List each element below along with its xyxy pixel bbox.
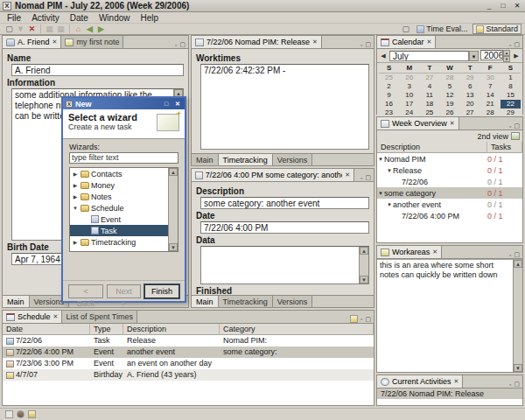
- calendar-day[interactable]: 22: [500, 100, 521, 108]
- week-tree-row[interactable]: ▼ some category 0 / 1: [377, 187, 522, 199]
- calendar-day[interactable]: 11: [419, 91, 439, 100]
- dialog-close-icon[interactable]: ✕: [173, 101, 182, 108]
- calendar-day[interactable]: 27: [419, 74, 439, 82]
- new-wizard-icon[interactable]: ▢: [4, 24, 15, 34]
- finish-button[interactable]: Finish: [144, 284, 179, 298]
- wizard-tree-item[interactable]: Task: [70, 225, 168, 236]
- wizard-tree-item[interactable]: ▼ Schedule: [70, 202, 168, 214]
- tab-release[interactable]: 7/22/06 Nomad PIM: Release ✕: [192, 36, 322, 48]
- week-tree-row[interactable]: 7/22/06 0 / 1: [377, 176, 522, 187]
- calendar-day[interactable]: 8: [500, 82, 521, 91]
- wizard-tree-item[interactable]: Event: [70, 214, 168, 225]
- maximize-view-icon[interactable]: ▢: [365, 174, 371, 181]
- calendar-day[interactable]: 10: [399, 91, 419, 100]
- name-field[interactable]: A. Friend: [11, 64, 184, 76]
- calendar-day[interactable]: 3: [399, 82, 419, 91]
- minimize-view-icon[interactable]: ▫: [509, 123, 511, 130]
- workareas-text[interactable]: this is an area where some short notes c…: [377, 260, 513, 372]
- minimize-view-icon[interactable]: ▫: [175, 42, 177, 48]
- filter-input[interactable]: type filter text: [69, 152, 178, 164]
- month-dropdown-icon[interactable]: ▼: [469, 51, 479, 61]
- data-scrollbar[interactable]: ▲▼: [359, 247, 368, 284]
- maximize-view-icon[interactable]: ▢: [365, 316, 371, 323]
- week-tree-row[interactable]: ▼ Nomad PIM 0 / 1: [377, 153, 522, 164]
- tab-week-overview[interactable]: Week Overview ✕: [377, 117, 459, 130]
- week-tree-row[interactable]: ▼ another event 0 / 1: [377, 199, 522, 210]
- calendar-day[interactable]: 7: [480, 82, 500, 91]
- col-category[interactable]: Category: [220, 324, 374, 335]
- calendar-day[interactable]: 19: [439, 100, 459, 108]
- status-activity-icon[interactable]: [17, 410, 24, 418]
- workareas-scrollbar[interactable]: ▲▼: [513, 260, 522, 372]
- col-type[interactable]: Type: [90, 324, 123, 335]
- minimize-view-icon[interactable]: ▫: [509, 252, 511, 258]
- wizard-tree-item[interactable]: ▶ Contacts: [70, 168, 168, 179]
- tab-timetracking[interactable]: Timetracking: [219, 296, 273, 307]
- expand-icon[interactable]: ▶: [72, 171, 79, 177]
- tab-schedule[interactable]: Schedule ✕: [3, 311, 62, 323]
- tree-scrollbar[interactable]: ▲▼: [168, 168, 178, 251]
- calendar-day[interactable]: 6: [460, 82, 480, 91]
- wizard-tree-item[interactable]: ▶ Notes: [70, 191, 168, 202]
- tab-calendar[interactable]: Calendar ✕: [377, 36, 436, 48]
- prev-month-icon[interactable]: ◀: [379, 52, 388, 60]
- minimize-view-icon[interactable]: ▫: [509, 42, 511, 48]
- description-field[interactable]: some category: another event: [200, 197, 369, 209]
- col-date[interactable]: Date: [3, 324, 90, 335]
- maximize-icon[interactable]: □: [498, 2, 508, 10]
- tab-main[interactable]: Main: [3, 296, 30, 307]
- tab-current-activities[interactable]: Current Activities ✕: [377, 375, 463, 388]
- calendar-day[interactable]: 5: [439, 82, 459, 91]
- tab-contact-a-friend[interactable]: A. Friend ✕: [3, 36, 61, 48]
- close-tab-icon[interactable]: ✕: [52, 38, 58, 46]
- calendar-day[interactable]: 28: [439, 74, 459, 82]
- tab-main[interactable]: Main: [192, 154, 219, 165]
- expand-icon[interactable]: ▼: [386, 202, 393, 207]
- maximize-view-icon[interactable]: ▢: [514, 381, 520, 388]
- dialog-maximize-icon[interactable]: □: [162, 101, 171, 107]
- wizard-tree-item[interactable]: ▶ Money: [70, 179, 168, 191]
- menu-help[interactable]: Help: [136, 13, 164, 23]
- maximize-view-icon[interactable]: ▢: [514, 122, 520, 130]
- calendar-day[interactable]: 14: [480, 91, 500, 100]
- calendar-day[interactable]: 9: [379, 91, 399, 100]
- maximize-view-icon[interactable]: ▢: [365, 41, 371, 48]
- maximize-view-icon[interactable]: ▢: [179, 41, 186, 48]
- back-button[interactable]: < Back: [68, 284, 103, 298]
- menu-activity[interactable]: Activity: [27, 13, 64, 23]
- next-button[interactable]: Next >: [107, 284, 141, 298]
- save-all-icon[interactable]: ▦: [55, 24, 66, 34]
- calendar-day[interactable]: 30: [480, 74, 500, 82]
- maximize-view-icon[interactable]: ▢: [514, 251, 520, 258]
- close-tab-icon[interactable]: ✕: [53, 313, 59, 320]
- expand-icon[interactable]: ▶: [72, 193, 79, 200]
- date-field[interactable]: 7/22/06 4:00 PM: [200, 221, 369, 234]
- menu-file[interactable]: File: [3, 13, 25, 23]
- worktime-entry[interactable]: 7/22/06 2:42:32 PM -: [201, 65, 368, 149]
- calendar-day[interactable]: 1: [500, 74, 521, 82]
- list-item[interactable]: 7/22/06 Nomad PIM: Release: [377, 388, 522, 399]
- tab-event[interactable]: 7/22/06 4:00 PM some category: another e…: [192, 169, 354, 181]
- tab-my-first-note[interactable]: my first note: [61, 36, 123, 48]
- calendar-day[interactable]: 17: [399, 100, 419, 108]
- col-tasks[interactable]: Tasks: [487, 142, 522, 153]
- close-tab-icon[interactable]: ✕: [432, 248, 438, 256]
- close-tab-icon[interactable]: ✕: [345, 172, 350, 178]
- minimize-icon[interactable]: _: [484, 2, 494, 10]
- calendar-day[interactable]: 4: [419, 82, 439, 91]
- back-icon[interactable]: ◀: [84, 24, 95, 34]
- delete-icon[interactable]: ✕: [26, 24, 38, 34]
- table-row[interactable]: 7/23/06 3:00 PM Event an event on anothe…: [3, 358, 374, 369]
- tab-main[interactable]: Main: [192, 296, 219, 307]
- status-alert-icon[interactable]: [28, 410, 36, 418]
- table-row[interactable]: 7/22/06 Task Release Nomad PIM:: [3, 335, 374, 346]
- perspective-standard[interactable]: Standard: [472, 24, 522, 34]
- table-row[interactable]: 4/7/07 Birthday A. Friend (43 years): [3, 369, 374, 381]
- calendar-day[interactable]: 13: [460, 91, 480, 100]
- tab-versions[interactable]: Versions: [273, 154, 313, 165]
- perspective-open-icon[interactable]: ▢: [400, 24, 411, 34]
- next-month-icon[interactable]: ▶: [512, 52, 521, 60]
- calendar-day[interactable]: 18: [419, 100, 439, 108]
- calendar-day[interactable]: 16: [379, 100, 399, 108]
- home-icon[interactable]: ⌂: [73, 24, 84, 34]
